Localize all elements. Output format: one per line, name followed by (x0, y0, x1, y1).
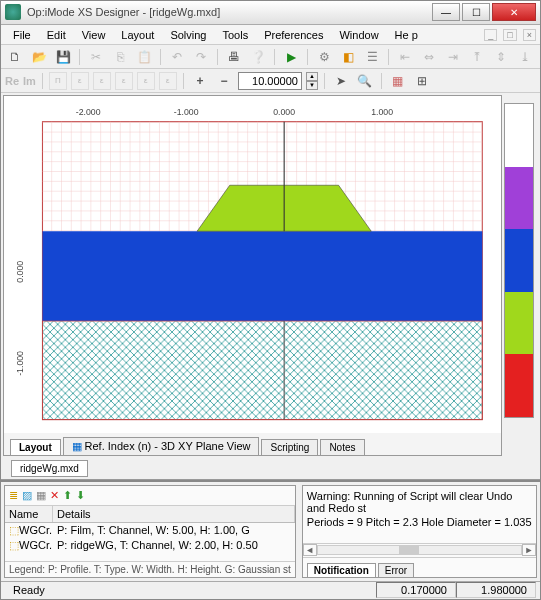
menu-solving[interactable]: Solving (162, 27, 214, 43)
tab-notes[interactable]: Notes (320, 439, 364, 455)
xtick-3: 1.000 (371, 107, 393, 117)
menu-preferences[interactable]: Preferences (256, 27, 331, 43)
grid-icon[interactable]: ▦ (388, 71, 408, 91)
colorbar (504, 103, 534, 418)
tab-scripting[interactable]: Scripting (261, 439, 318, 455)
app-icon (5, 4, 21, 20)
col-name[interactable]: Name (5, 506, 53, 522)
ytick-1: 0.000 (15, 261, 25, 283)
new-icon[interactable]: 🗋 (5, 47, 25, 67)
settings-icon[interactable]: ⚙ (314, 47, 334, 67)
spin-up-icon[interactable]: ▲ (306, 72, 318, 81)
minus-icon[interactable]: − (214, 71, 234, 91)
xtick-0: -2.000 (76, 107, 101, 117)
plus-icon[interactable]: + (190, 71, 210, 91)
align-bottom-icon: ⤓ (515, 47, 535, 67)
window-title: Op:iMode XS Designer - [ridgeWg.mxd] (27, 6, 432, 18)
scroll-left-icon[interactable]: ◄ (303, 544, 317, 556)
panel-down-icon[interactable]: ⬇ (76, 489, 85, 502)
status-ready: Ready (5, 583, 376, 597)
panel-tool2-icon[interactable]: ▨ (22, 489, 32, 502)
align-right-icon: ⇥ (443, 47, 463, 67)
panel-tool1-icon[interactable]: ≣ (9, 489, 18, 502)
list-item[interactable]: ⬚WGCr... P: ridgeWG, T: Channel, W: 2.00… (5, 538, 295, 553)
about-icon[interactable]: ❔ (248, 47, 268, 67)
eps4-icon[interactable]: ε (137, 72, 155, 90)
paste-icon[interactable]: 📋 (134, 47, 154, 67)
print-icon[interactable]: 🖶 (224, 47, 244, 67)
msg-line1: Warning: Running of Script will clear Un… (307, 490, 532, 514)
xtick-1: -1.000 (174, 107, 199, 117)
layout-canvas[interactable]: -1.000 0.000 -2.000 -1.000 0.000 1.000 (12, 102, 491, 431)
tab-error[interactable]: Error (378, 563, 414, 577)
align-top-icon: ⤒ (467, 47, 487, 67)
align-left-icon: ⇤ (395, 47, 415, 67)
col-details[interactable]: Details (53, 506, 295, 522)
list-legend: Legend: P: Profile. T: Type. W: Width. H… (5, 561, 295, 577)
eps2-icon[interactable]: ε (93, 72, 111, 90)
eps1-icon[interactable]: ε (71, 72, 89, 90)
menu-layout[interactable]: Layout (113, 27, 162, 43)
tab-notification[interactable]: Notification (307, 563, 376, 577)
run-icon[interactable]: ▶ (281, 47, 301, 67)
file-tab[interactable]: ridgeWg.mxd (11, 460, 88, 477)
menu-tools[interactable]: Tools (214, 27, 256, 43)
xtick-2: 0.000 (273, 107, 295, 117)
menu-window[interactable]: Window (331, 27, 386, 43)
snap-icon[interactable]: ⊞ (412, 71, 432, 91)
menu-file[interactable]: File (5, 27, 39, 43)
mdi-restore-icon[interactable]: □ (503, 29, 516, 41)
open-icon[interactable]: 📂 (29, 47, 49, 67)
script-icon[interactable]: ☰ (362, 47, 382, 67)
menu-edit[interactable]: Edit (39, 27, 74, 43)
ytick-0: -1.000 (15, 351, 25, 376)
region-substrate[interactable] (42, 321, 482, 420)
eps3-icon[interactable]: ε (115, 72, 133, 90)
msg-line2: Periods = 9 Pitch = 2.3 Hole Diameter = … (307, 516, 532, 528)
save-icon[interactable]: 💾 (53, 47, 73, 67)
align-middle-icon: ⇕ (491, 47, 511, 67)
zoom-value-input[interactable] (238, 72, 302, 90)
tab-layout[interactable]: Layout (10, 439, 61, 455)
scroll-right-icon[interactable]: ► (522, 544, 536, 556)
pointer-icon[interactable]: ➤ (331, 71, 351, 91)
msg-scrollbar[interactable]: ◄ ► (303, 543, 536, 557)
status-y: 1.980000 (456, 582, 536, 598)
tab-refindex[interactable]: ▦ Ref. Index (n) - 3D XY Plane View (63, 437, 260, 455)
pi-icon[interactable]: Π (49, 72, 67, 90)
eps5-icon[interactable]: ε (159, 72, 177, 90)
undo-icon[interactable]: ↶ (167, 47, 187, 67)
status-x: 0.170000 (376, 582, 456, 598)
spin-down-icon[interactable]: ▼ (306, 81, 318, 90)
re-label: Re (5, 75, 19, 87)
region-film[interactable] (42, 231, 482, 321)
maximize-button[interactable]: ☐ (462, 3, 490, 21)
menu-view[interactable]: View (74, 27, 114, 43)
mdi-close-icon[interactable]: × (523, 29, 536, 41)
zoom-icon[interactable]: 🔍 (355, 71, 375, 91)
copy-icon[interactable]: ⎘ (110, 47, 130, 67)
cut-icon[interactable]: ✂ (86, 47, 106, 67)
toggle-icon[interactable]: ◧ (338, 47, 358, 67)
align-center-icon: ⇔ (419, 47, 439, 67)
panel-delete-icon[interactable]: ✕ (50, 489, 59, 502)
close-button[interactable]: ✕ (492, 3, 536, 21)
panel-up-icon[interactable]: ⬆ (63, 489, 72, 502)
panel-tool3-icon[interactable]: ▦ (36, 489, 46, 502)
menu-help[interactable]: He p (387, 27, 426, 43)
minimize-button[interactable]: — (432, 3, 460, 21)
mdi-minimize-icon[interactable]: _ (484, 29, 497, 41)
list-item[interactable]: ⬚WGCr... P: Film, T: Channel, W: 5.00, H… (5, 523, 295, 538)
redo-icon[interactable]: ↷ (191, 47, 211, 67)
im-label: Im (23, 75, 36, 87)
